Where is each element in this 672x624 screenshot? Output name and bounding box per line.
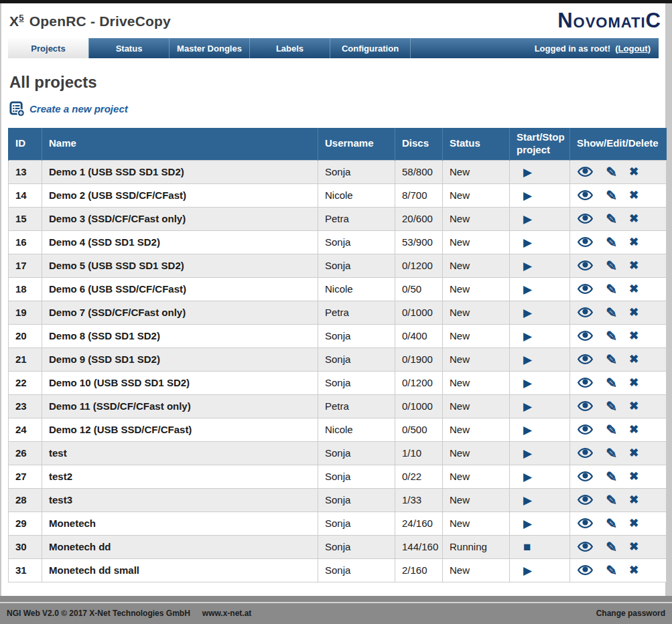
cell-start-stop: ▶ <box>510 441 570 465</box>
start-project-button[interactable]: ▶ <box>523 518 532 530</box>
start-project-button[interactable]: ▶ <box>523 565 532 576</box>
start-project-button[interactable]: ▶ <box>523 190 532 202</box>
delete-project-button[interactable]: ✖ <box>629 494 639 505</box>
change-password-link[interactable]: Change password <box>596 609 665 618</box>
show-project-button[interactable] <box>577 167 594 177</box>
delete-project-button[interactable]: ✖ <box>629 471 639 482</box>
start-project-button[interactable]: ▶ <box>523 378 532 389</box>
show-project-button[interactable] <box>577 237 594 247</box>
table-header-row: ID Name Username Discs Status Start/Stop… <box>9 128 667 160</box>
delete-project-button[interactable]: ✖ <box>629 213 639 224</box>
delete-project-button[interactable]: ✖ <box>629 400 639 412</box>
tab-master-dongles[interactable]: Master Dongles <box>169 38 249 58</box>
cell-actions: ✎ ✖ <box>570 488 667 512</box>
edit-project-button[interactable]: ✎ <box>606 493 617 507</box>
show-project-button[interactable] <box>577 401 594 411</box>
app-title-sup: 5 <box>19 13 23 23</box>
show-project-button[interactable] <box>577 565 594 575</box>
tab-labels[interactable]: Labels <box>249 38 330 58</box>
cell-actions: ✎ ✖ <box>570 254 667 277</box>
play-icon: ▶ <box>523 213 532 226</box>
start-project-button[interactable]: ▶ <box>523 495 532 506</box>
edit-project-button[interactable]: ✎ <box>606 189 617 202</box>
show-project-button[interactable] <box>577 448 594 458</box>
tab-projects[interactable]: Projects <box>8 38 88 58</box>
start-project-button[interactable]: ▶ <box>523 307 532 319</box>
delete-project-button[interactable]: ✖ <box>629 307 639 318</box>
cell-username: Sonja <box>318 160 395 183</box>
cell-name: Monetech dd small <box>42 558 318 582</box>
show-project-button[interactable] <box>577 542 594 552</box>
cell-username: Sonja <box>318 488 395 512</box>
logout-link[interactable]: Logout <box>618 44 648 54</box>
delete-project-button[interactable]: ✖ <box>629 518 639 529</box>
delete-project-button[interactable]: ✖ <box>629 189 639 201</box>
show-project-button[interactable] <box>577 471 594 481</box>
cell-id: 28 <box>9 488 42 512</box>
delete-project-button[interactable]: ✖ <box>629 330 639 341</box>
edit-project-button[interactable]: ✎ <box>606 283 617 296</box>
edit-project-button[interactable]: ✎ <box>606 259 617 272</box>
cell-id: 20 <box>9 324 42 347</box>
list-add-icon[interactable] <box>9 101 25 116</box>
stop-project-button[interactable]: ■ <box>523 540 531 553</box>
edit-project-button[interactable]: ✎ <box>606 236 617 249</box>
cell-actions: ✎ ✖ <box>570 230 667 254</box>
delete-project-button[interactable]: ✖ <box>629 541 639 552</box>
show-project-button[interactable] <box>577 495 594 505</box>
delete-project-button[interactable]: ✖ <box>629 354 639 365</box>
show-project-button[interactable] <box>577 424 594 435</box>
start-project-button[interactable]: ▶ <box>523 354 532 366</box>
start-project-button[interactable]: ▶ <box>523 331 532 342</box>
edit-project-button[interactable]: ✎ <box>606 517 617 530</box>
edit-project-button[interactable]: ✎ <box>606 423 617 437</box>
edit-project-button[interactable]: ✎ <box>606 470 617 483</box>
edit-project-button[interactable]: ✎ <box>606 212 617 226</box>
show-project-button[interactable] <box>577 518 594 528</box>
start-project-button[interactable]: ▶ <box>523 260 532 272</box>
play-icon: ▶ <box>523 494 532 507</box>
start-project-button[interactable]: ▶ <box>523 237 532 248</box>
start-project-button[interactable]: ▶ <box>523 284 532 295</box>
show-project-button[interactable] <box>577 331 594 341</box>
cell-id: 15 <box>9 207 42 230</box>
delete-project-button[interactable]: ✖ <box>629 166 639 177</box>
delete-project-button[interactable]: ✖ <box>629 236 639 248</box>
edit-project-button[interactable]: ✎ <box>606 447 617 460</box>
start-project-button[interactable]: ▶ <box>523 167 532 178</box>
edit-project-button[interactable]: ✎ <box>606 376 617 390</box>
show-project-button[interactable] <box>577 284 594 294</box>
app-title: X5 OpenRC - DriveCopy <box>9 13 171 29</box>
show-project-button[interactable] <box>577 260 594 270</box>
edit-project-button[interactable]: ✎ <box>606 564 617 577</box>
delete-project-button[interactable]: ✖ <box>629 377 639 388</box>
edit-project-button[interactable]: ✎ <box>606 353 617 366</box>
start-project-button[interactable]: ▶ <box>523 401 532 412</box>
edit-project-button[interactable]: ✎ <box>606 400 617 413</box>
tab-configuration[interactable]: Configuration <box>330 38 410 58</box>
edit-project-button[interactable]: ✎ <box>606 165 617 179</box>
delete-project-button[interactable]: ✖ <box>629 447 639 459</box>
start-project-button[interactable]: ▶ <box>523 424 532 436</box>
delete-project-button[interactable]: ✖ <box>629 424 639 435</box>
show-project-button[interactable] <box>577 307 594 317</box>
delete-project-button[interactable]: ✖ <box>629 283 639 295</box>
show-project-button[interactable] <box>577 354 594 364</box>
play-icon: ▶ <box>523 377 532 390</box>
edit-project-button[interactable]: ✎ <box>606 540 617 554</box>
eye-icon <box>577 424 594 435</box>
start-project-button[interactable]: ▶ <box>523 448 532 459</box>
start-project-button[interactable]: ▶ <box>523 471 532 483</box>
create-project-link[interactable]: Create a new project <box>29 103 128 114</box>
x-icon: ✖ <box>629 165 639 178</box>
delete-project-button[interactable]: ✖ <box>629 564 639 576</box>
edit-project-button[interactable]: ✎ <box>606 329 617 343</box>
edit-project-button[interactable]: ✎ <box>606 306 617 319</box>
show-project-button[interactable] <box>577 214 594 224</box>
show-project-button[interactable] <box>577 190 594 200</box>
show-project-button[interactable] <box>577 378 594 388</box>
delete-project-button[interactable]: ✖ <box>629 260 639 271</box>
start-project-button[interactable]: ▶ <box>523 214 532 225</box>
tab-status[interactable]: Status <box>88 38 169 58</box>
cell-username: Sonja <box>318 371 395 394</box>
